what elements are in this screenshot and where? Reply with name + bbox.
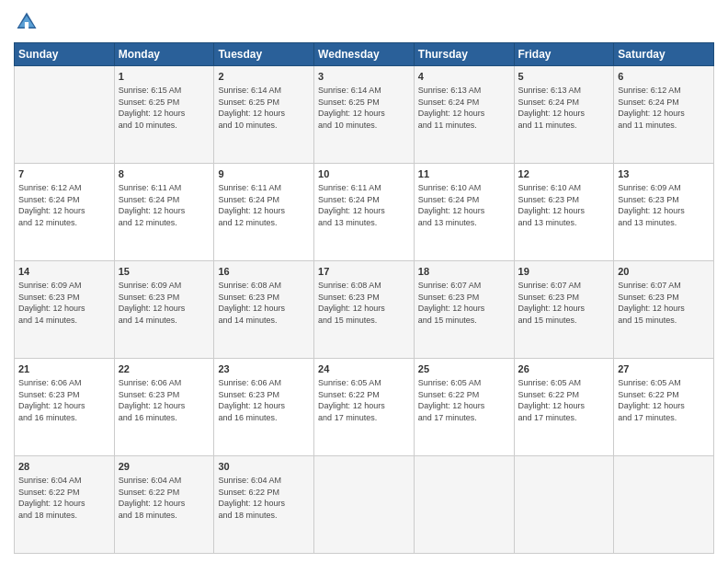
day-number: 19 <box>518 265 610 279</box>
day-info: Sunrise: 6:09 AM Sunset: 6:23 PM Dayligh… <box>119 281 186 325</box>
calendar-cell: 21Sunrise: 6:06 AM Sunset: 6:23 PM Dayli… <box>15 359 115 456</box>
calendar-table: SundayMondayTuesdayWednesdayThursdayFrid… <box>14 42 714 554</box>
day-info: Sunrise: 6:07 AM Sunset: 6:23 PM Dayligh… <box>518 281 586 325</box>
day-info: Sunrise: 6:08 AM Sunset: 6:23 PM Dayligh… <box>218 281 285 325</box>
weekday-header: Tuesday <box>214 43 314 66</box>
weekday-header: Thursday <box>414 43 514 66</box>
day-number: 3 <box>318 70 410 84</box>
weekday-header: Wednesday <box>314 43 415 66</box>
day-number: 28 <box>18 460 110 474</box>
weekday-header: Saturday <box>614 43 714 66</box>
calendar-cell: 23Sunrise: 6:06 AM Sunset: 6:23 PM Dayli… <box>214 359 314 456</box>
calendar-week-row: 1Sunrise: 6:15 AM Sunset: 6:25 PM Daylig… <box>15 66 714 164</box>
day-number: 23 <box>218 362 310 376</box>
day-number: 10 <box>318 167 410 181</box>
day-info: Sunrise: 6:05 AM Sunset: 6:22 PM Dayligh… <box>418 378 485 422</box>
day-number: 27 <box>618 362 710 376</box>
calendar-cell: 20Sunrise: 6:07 AM Sunset: 6:23 PM Dayli… <box>614 261 714 359</box>
day-number: 14 <box>18 265 110 279</box>
day-info: Sunrise: 6:12 AM Sunset: 6:24 PM Dayligh… <box>18 183 85 227</box>
day-info: Sunrise: 6:14 AM Sunset: 6:25 PM Dayligh… <box>218 86 285 130</box>
day-number: 12 <box>518 167 610 181</box>
day-number: 7 <box>18 167 110 181</box>
calendar-cell: 5Sunrise: 6:13 AM Sunset: 6:24 PM Daylig… <box>514 66 614 164</box>
calendar-cell <box>314 456 415 554</box>
day-number: 13 <box>618 167 710 181</box>
day-number: 29 <box>119 460 210 474</box>
day-info: Sunrise: 6:14 AM Sunset: 6:25 PM Dayligh… <box>318 86 385 130</box>
calendar-cell: 28Sunrise: 6:04 AM Sunset: 6:22 PM Dayli… <box>15 456 115 554</box>
calendar-cell <box>514 456 614 554</box>
day-info: Sunrise: 6:05 AM Sunset: 6:22 PM Dayligh… <box>618 378 685 422</box>
day-number: 1 <box>119 70 210 84</box>
calendar-cell: 10Sunrise: 6:11 AM Sunset: 6:24 PM Dayli… <box>314 164 415 261</box>
day-number: 16 <box>218 265 310 279</box>
calendar-cell: 26Sunrise: 6:05 AM Sunset: 6:22 PM Dayli… <box>514 359 614 456</box>
day-info: Sunrise: 6:04 AM Sunset: 6:22 PM Dayligh… <box>119 476 186 520</box>
day-info: Sunrise: 6:05 AM Sunset: 6:22 PM Dayligh… <box>518 378 586 422</box>
svg-rect-2 <box>25 22 28 29</box>
day-info: Sunrise: 6:04 AM Sunset: 6:22 PM Dayligh… <box>18 476 85 520</box>
calendar-cell: 27Sunrise: 6:05 AM Sunset: 6:22 PM Dayli… <box>614 359 714 456</box>
weekday-header: Sunday <box>15 43 115 66</box>
calendar-cell: 12Sunrise: 6:10 AM Sunset: 6:23 PM Dayli… <box>514 164 614 261</box>
calendar-cell: 6Sunrise: 6:12 AM Sunset: 6:24 PM Daylig… <box>614 66 714 164</box>
day-number: 8 <box>119 167 210 181</box>
calendar-cell: 29Sunrise: 6:04 AM Sunset: 6:22 PM Dayli… <box>114 456 214 554</box>
calendar-cell <box>414 456 514 554</box>
day-info: Sunrise: 6:07 AM Sunset: 6:23 PM Dayligh… <box>418 281 485 325</box>
day-info: Sunrise: 6:08 AM Sunset: 6:23 PM Dayligh… <box>318 281 385 325</box>
weekday-header: Monday <box>114 43 214 66</box>
day-info: Sunrise: 6:13 AM Sunset: 6:24 PM Dayligh… <box>418 86 485 130</box>
day-info: Sunrise: 6:07 AM Sunset: 6:23 PM Dayligh… <box>618 281 685 325</box>
day-number: 11 <box>418 167 510 181</box>
day-info: Sunrise: 6:12 AM Sunset: 6:24 PM Dayligh… <box>618 86 685 130</box>
calendar-cell: 19Sunrise: 6:07 AM Sunset: 6:23 PM Dayli… <box>514 261 614 359</box>
day-info: Sunrise: 6:06 AM Sunset: 6:23 PM Dayligh… <box>218 378 285 422</box>
calendar-cell: 8Sunrise: 6:11 AM Sunset: 6:24 PM Daylig… <box>114 164 214 261</box>
day-number: 9 <box>218 167 310 181</box>
page: SundayMondayTuesdayWednesdayThursdayFrid… <box>0 0 728 563</box>
day-number: 2 <box>218 70 310 84</box>
calendar-week-row: 28Sunrise: 6:04 AM Sunset: 6:22 PM Dayli… <box>15 456 714 554</box>
calendar-cell <box>15 66 115 164</box>
logo <box>14 9 43 35</box>
day-number: 18 <box>418 265 510 279</box>
day-info: Sunrise: 6:11 AM Sunset: 6:24 PM Dayligh… <box>119 183 186 227</box>
day-info: Sunrise: 6:10 AM Sunset: 6:24 PM Dayligh… <box>418 183 485 227</box>
day-number: 15 <box>119 265 210 279</box>
day-info: Sunrise: 6:09 AM Sunset: 6:23 PM Dayligh… <box>18 281 85 325</box>
day-info: Sunrise: 6:09 AM Sunset: 6:23 PM Dayligh… <box>618 183 685 227</box>
calendar-cell: 13Sunrise: 6:09 AM Sunset: 6:23 PM Dayli… <box>614 164 714 261</box>
calendar-cell: 30Sunrise: 6:04 AM Sunset: 6:22 PM Dayli… <box>214 456 314 554</box>
weekday-header: Friday <box>514 43 614 66</box>
day-info: Sunrise: 6:10 AM Sunset: 6:23 PM Dayligh… <box>518 183 586 227</box>
calendar-cell: 15Sunrise: 6:09 AM Sunset: 6:23 PM Dayli… <box>114 261 214 359</box>
calendar-cell: 3Sunrise: 6:14 AM Sunset: 6:25 PM Daylig… <box>314 66 415 164</box>
calendar-cell: 22Sunrise: 6:06 AM Sunset: 6:23 PM Dayli… <box>114 359 214 456</box>
day-number: 6 <box>618 70 710 84</box>
day-info: Sunrise: 6:13 AM Sunset: 6:24 PM Dayligh… <box>518 86 586 130</box>
calendar-cell: 17Sunrise: 6:08 AM Sunset: 6:23 PM Dayli… <box>314 261 415 359</box>
calendar-week-row: 21Sunrise: 6:06 AM Sunset: 6:23 PM Dayli… <box>15 359 714 456</box>
calendar-cell: 16Sunrise: 6:08 AM Sunset: 6:23 PM Dayli… <box>214 261 314 359</box>
day-number: 25 <box>418 362 510 376</box>
calendar-cell: 1Sunrise: 6:15 AM Sunset: 6:25 PM Daylig… <box>114 66 214 164</box>
calendar-cell: 7Sunrise: 6:12 AM Sunset: 6:24 PM Daylig… <box>15 164 115 261</box>
calendar-cell: 9Sunrise: 6:11 AM Sunset: 6:24 PM Daylig… <box>214 164 314 261</box>
day-info: Sunrise: 6:04 AM Sunset: 6:22 PM Dayligh… <box>218 476 285 520</box>
day-info: Sunrise: 6:05 AM Sunset: 6:22 PM Dayligh… <box>318 378 385 422</box>
day-number: 30 <box>218 460 310 474</box>
day-info: Sunrise: 6:15 AM Sunset: 6:25 PM Dayligh… <box>119 86 186 130</box>
day-info: Sunrise: 6:06 AM Sunset: 6:23 PM Dayligh… <box>119 378 186 422</box>
calendar-cell: 24Sunrise: 6:05 AM Sunset: 6:22 PM Dayli… <box>314 359 415 456</box>
day-info: Sunrise: 6:11 AM Sunset: 6:24 PM Dayligh… <box>318 183 385 227</box>
day-number: 4 <box>418 70 510 84</box>
day-number: 24 <box>318 362 410 376</box>
day-number: 26 <box>518 362 610 376</box>
day-number: 22 <box>119 362 210 376</box>
day-info: Sunrise: 6:11 AM Sunset: 6:24 PM Dayligh… <box>218 183 285 227</box>
calendar-cell: 14Sunrise: 6:09 AM Sunset: 6:23 PM Dayli… <box>15 261 115 359</box>
day-number: 5 <box>518 70 610 84</box>
calendar-header-row: SundayMondayTuesdayWednesdayThursdayFrid… <box>15 43 714 66</box>
